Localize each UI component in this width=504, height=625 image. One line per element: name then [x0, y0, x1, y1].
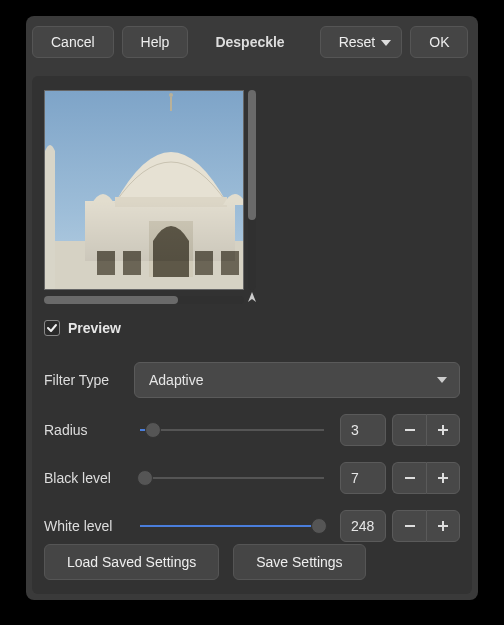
preview-checkbox-label: Preview — [68, 320, 121, 336]
chevron-down-icon — [381, 40, 391, 46]
svg-rect-20 — [442, 521, 444, 531]
dialog-title: Despeckle — [196, 26, 303, 58]
filter-type-label: Filter Type — [44, 372, 124, 388]
svg-rect-0 — [45, 151, 55, 290]
cancel-button[interactable]: Cancel — [32, 26, 114, 58]
dialog-content: Preview Filter Type Adaptive Radius 3 — [32, 76, 472, 594]
preview-vertical-scroll-thumb[interactable] — [248, 90, 256, 220]
help-button[interactable]: Help — [122, 26, 189, 58]
black-level-input[interactable]: 7 — [340, 462, 386, 494]
svg-rect-12 — [405, 429, 415, 431]
white-level-label: White level — [44, 518, 124, 534]
preview-vertical-scrollbar[interactable] — [248, 90, 256, 290]
svg-rect-15 — [405, 477, 415, 479]
preview-area — [44, 90, 256, 310]
svg-rect-18 — [405, 525, 415, 527]
white-level-increment-button[interactable] — [426, 510, 460, 542]
reset-label: Reset — [339, 34, 376, 50]
filter-type-row: Filter Type Adaptive — [44, 362, 460, 398]
preview-toggle-row: Preview — [44, 320, 460, 336]
radius-row: Radius 3 — [44, 414, 460, 446]
despeckle-dialog: Cancel Help Despeckle Reset OK — [26, 16, 478, 600]
bottom-button-row: Load Saved Settings Save Settings — [44, 544, 366, 580]
radius-decrement-button[interactable] — [392, 414, 426, 446]
radius-increment-button[interactable] — [426, 414, 460, 446]
reset-button[interactable]: Reset — [320, 26, 403, 58]
black-level-increment-button[interactable] — [426, 462, 460, 494]
preview-horizontal-scroll-thumb[interactable] — [44, 296, 178, 304]
filter-type-value: Adaptive — [149, 372, 203, 388]
preview-checkbox[interactable] — [44, 320, 60, 336]
white-level-decrement-button[interactable] — [392, 510, 426, 542]
load-saved-settings-button[interactable]: Load Saved Settings — [44, 544, 219, 580]
radius-input[interactable]: 3 — [340, 414, 386, 446]
save-settings-button[interactable]: Save Settings — [233, 544, 365, 580]
preview-image[interactable] — [44, 90, 244, 290]
settings-form: Filter Type Adaptive Radius 3 — [44, 362, 460, 542]
svg-rect-11 — [85, 201, 235, 261]
white-level-input[interactable]: 248 — [340, 510, 386, 542]
black-level-slider[interactable] — [134, 468, 330, 488]
svg-rect-14 — [442, 425, 444, 435]
black-level-label: Black level — [44, 470, 124, 486]
preview-navigate-icon[interactable] — [244, 290, 260, 306]
ok-button[interactable]: OK — [410, 26, 468, 58]
top-button-bar: Cancel Help Despeckle Reset OK — [26, 16, 478, 68]
white-level-slider[interactable] — [134, 516, 330, 536]
black-level-decrement-button[interactable] — [392, 462, 426, 494]
svg-point-10 — [169, 93, 173, 97]
black-level-row: Black level 7 — [44, 462, 460, 494]
radius-slider[interactable] — [134, 420, 330, 440]
preview-horizontal-scrollbar[interactable] — [44, 296, 244, 304]
white-level-row: White level 248 — [44, 510, 460, 542]
svg-rect-17 — [442, 473, 444, 483]
chevron-down-icon — [437, 377, 447, 383]
radius-label: Radius — [44, 422, 124, 438]
filter-type-combobox[interactable]: Adaptive — [134, 362, 460, 398]
